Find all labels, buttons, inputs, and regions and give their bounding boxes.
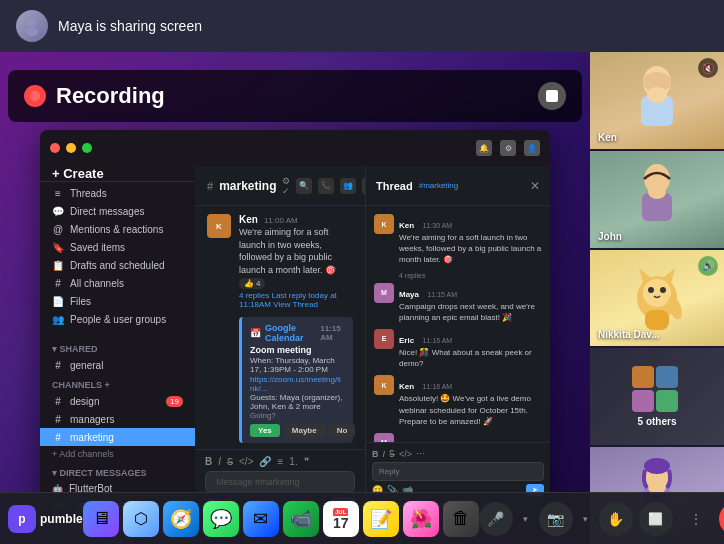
thread-avatar: M [374,283,394,303]
rsvp-no-btn[interactable]: No [329,424,356,437]
list-btn[interactable]: ≡ [277,456,283,467]
more-controls-btn[interactable]: ⋮ [679,502,713,536]
bell-icon[interactable]: 🔔 [476,140,492,156]
sidebar-item-files[interactable]: 📄 Files [40,292,195,310]
svg-point-14 [660,287,666,293]
dock-launchpad[interactable]: ⬡ [123,501,159,537]
thread-reply-input[interactable]: Reply [372,462,544,481]
svg-point-0 [28,19,36,27]
workspace-name: + Create [52,166,104,181]
message-input-box[interactable]: Message #marketing [205,471,355,493]
recording-dot [24,85,46,107]
strikethrough-btn[interactable]: S̶ [227,456,233,467]
calendar-event: 📅 Google Calendar 11:15 AM Zoom meeting … [239,317,353,443]
minimize-dot[interactable] [66,143,76,153]
thread-bold-btn[interactable]: B [372,449,379,459]
dock-notes[interactable]: 📝 [363,501,399,537]
ol-btn[interactable]: 1. [289,456,297,467]
dock-finder[interactable]: 🖥 [83,501,119,537]
thread-message-row: M Maya 11:18 AM Love it! Anything else w… [374,433,542,442]
thread-italic-btn[interactable]: I [383,449,386,459]
sidebar-item-drafts[interactable]: 📋 Drafts and scheduled [40,256,195,274]
pumble-label: pumble [40,512,83,526]
video-panel-john: John [590,151,724,250]
add-channels-btn[interactable]: + Add channels [40,446,195,462]
italic-btn[interactable]: I [218,456,221,467]
slack-main: # marketing ⚙ ✓ 🔍 📞 👥 📌 ⋮ [195,166,550,518]
video-panels-right: Ken 🔇 John [590,52,724,544]
mentions-icon: @ [52,223,64,235]
sidebar-item-dms[interactable]: 💬 Direct messages [40,202,195,220]
link-btn[interactable]: 🔗 [259,456,271,467]
sidebar-item-design[interactable]: # design 19 [40,392,195,410]
thread-strike-btn[interactable]: S̶ [389,449,395,459]
thread-channel-tag: #marketing [419,181,459,190]
rsvp-maybe-btn[interactable]: Maybe [284,424,325,437]
search-icon[interactable]: 🔍 [296,178,312,194]
thread-message-row: K Ken 11:30 AM We're aiming for a soft l… [374,214,542,266]
quote-btn[interactable]: ❞ [304,456,309,467]
avatar: K [207,214,231,238]
sidebar-item-mentions[interactable]: @ Mentions & reactions [40,220,195,238]
sidebar-item-managers[interactable]: # managers [40,410,195,428]
screen-share-btn[interactable]: ⬜ [639,502,673,536]
slack-layout: + Create ≡ Threads 💬 Direct messages @ [40,166,550,518]
call-icon[interactable]: 📞 [318,178,334,194]
video-panel-ken: Ken 🔇 [590,52,724,151]
dock-safari[interactable]: 🧭 [163,501,199,537]
dock-photos[interactable]: 🌺 [403,501,439,537]
members-icon[interactable]: 👥 [340,178,356,194]
bold-btn[interactable]: B [205,456,212,467]
dock-mail[interactable]: ✉ [243,501,279,537]
sidebar-item-saved[interactable]: 🔖 Saved items [40,238,195,256]
sidebar-item-people[interactable]: 👥 People & user groups [40,310,195,328]
maximize-dot[interactable] [82,143,92,153]
settings-icon[interactable]: ⚙ [500,140,516,156]
code-btn[interactable]: </> [239,456,253,467]
dock-messages[interactable]: 💬 [203,501,239,537]
dock-facetime[interactable]: 📹 [283,501,319,537]
thread-input-toolbar: B I S̶ </> ⋯ [372,449,544,459]
close-dot[interactable] [50,143,60,153]
john-avatar-figure [627,159,687,239]
thread-title: Thread [376,180,413,192]
threads-icon: ≡ [52,187,64,199]
others-count: 5 others [638,416,677,427]
dock-trash[interactable]: 🗑 [443,501,479,537]
thread-replies-label: 4 replies [399,272,542,279]
messages-list: K Ken 11:00 AM We're aiming for a soft l… [195,206,365,449]
sidebar-item-threads[interactable]: ≡ Threads [40,184,195,202]
sidebar-item-channels[interactable]: # All channels [40,274,195,292]
sidebar-item-marketing[interactable]: # marketing [40,428,195,446]
svg-point-8 [648,185,666,199]
sidebar-item-general[interactable]: # general [40,356,195,374]
video-panel-nikkita: Nikkita Dav... 🔊 [590,250,724,349]
stop-recording-button[interactable] [538,82,566,110]
end-call-btn[interactable]: ✕ 23 [719,502,724,536]
thread-close-btn[interactable]: ✕ [530,179,540,193]
channel-header: # marketing ⚙ ✓ 🔍 📞 👥 📌 ⋮ [195,166,365,206]
design-badge: 19 [166,396,183,407]
gesture-btn[interactable]: ✋ [599,502,633,536]
thread-avatar: K [374,214,394,234]
mic-chevron-btn[interactable]: ▾ [519,502,533,536]
meeting-controls: 🎤 ▾ 📷 ▾ ✋ ⬜ ⋮ ✕ 23 💬 10 [479,502,724,536]
thread-code-btn[interactable]: </> [399,449,412,459]
video-control-btn[interactable]: 📷 [539,502,573,536]
pumble-logo: p [8,505,36,533]
macos-dock: 🖥 ⬡ 🧭 💬 ✉ 📹 JUL 17 [83,501,479,537]
thread-more-btn[interactable]: ⋯ [416,449,425,459]
ken-mute-icon: 🔇 [698,58,718,78]
dock-calendar[interactable]: JUL 17 [323,501,359,537]
reaction[interactable]: 👍4 [239,278,265,289]
dms-icon: 💬 [52,205,64,217]
video-chevron-btn[interactable]: ▾ [579,502,593,536]
window-titlebar: 🔔 ⚙ 👤 [40,130,550,166]
avatar-icon[interactable]: 👤 [524,140,540,156]
thread-avatar: E [374,329,394,349]
nikkita-audio-icon: 🔊 [698,256,718,276]
rsvp-yes-btn[interactable]: Yes [250,424,280,437]
mic-control-btn[interactable]: 🎤 [479,502,513,536]
channel-messages-area: # marketing ⚙ ✓ 🔍 📞 👥 📌 ⋮ [195,166,365,518]
main-content: Recording 🔔 ⚙ 👤 [0,52,724,544]
